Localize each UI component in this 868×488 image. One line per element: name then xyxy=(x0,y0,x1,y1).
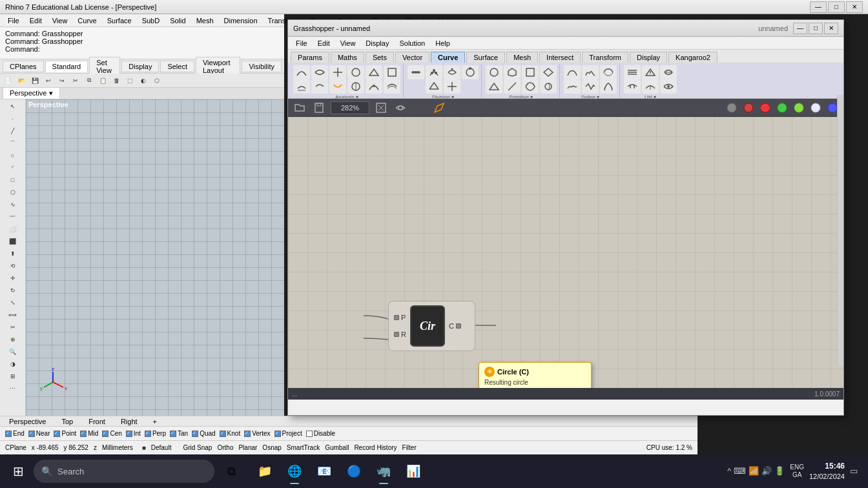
gh-zoom-input[interactable]: 282% xyxy=(331,101,369,114)
left-tool-point[interactable]: · xyxy=(1,113,25,125)
gh-util-tool-1[interactable] xyxy=(624,65,641,79)
menu-dimension[interactable]: Dimension xyxy=(219,15,263,26)
gh-canvas-eye-btn[interactable] xyxy=(393,101,408,115)
left-tool-extrude[interactable]: ⬆ xyxy=(1,248,25,259)
bottom-tab-right[interactable]: Right xyxy=(116,417,143,426)
left-tool-gumball[interactable]: ⊞ xyxy=(1,371,25,382)
snap-perp-checkbox[interactable] xyxy=(145,431,151,437)
gh-analysis-tool-7[interactable] xyxy=(293,79,310,94)
show-desktop-icon[interactable]: ▭ xyxy=(850,466,858,476)
gh-primitive-tool-3[interactable] xyxy=(522,65,539,79)
left-tool-transform[interactable]: ⟲ xyxy=(1,260,25,272)
gh-division-tool-5[interactable] xyxy=(426,79,442,94)
language-indicator[interactable]: ENG GA xyxy=(790,463,804,479)
gh-spline-tool-5[interactable] xyxy=(582,79,599,94)
taskbar-app-chrome[interactable]: 🔵 xyxy=(340,457,368,485)
menu-surface[interactable]: Surface xyxy=(102,15,137,26)
gh-spline-tool-2[interactable] xyxy=(582,65,599,79)
planar-label[interactable]: Planar xyxy=(238,444,257,451)
gh-division-tool-4[interactable] xyxy=(462,65,479,79)
gh-tab-mesh[interactable]: Mesh xyxy=(506,52,538,63)
gh-menu-edit[interactable]: Edit xyxy=(313,38,335,48)
gh-tab-params[interactable]: Params xyxy=(291,52,329,63)
menu-view[interactable]: View xyxy=(47,15,73,26)
left-tool-mirror[interactable]: ⟺ xyxy=(1,309,25,321)
bottom-tab-perspective[interactable]: Perspective xyxy=(4,417,51,426)
gh-canvas-save-btn[interactable] xyxy=(311,101,327,115)
toolbar-tab-setview[interactable]: Set View xyxy=(89,57,120,76)
gh-menu-display[interactable]: Display xyxy=(360,38,394,48)
bottom-tab-top[interactable]: Top xyxy=(56,417,78,426)
gh-canvas-sphere-green-2[interactable] xyxy=(792,101,806,115)
gh-analysis-tool-1[interactable] xyxy=(293,65,310,79)
gh-spline-tool-1[interactable] xyxy=(564,65,581,79)
gh-analysis-tool-10[interactable] xyxy=(347,79,364,94)
systray-up-arrow-icon[interactable]: ^ xyxy=(727,466,731,476)
gh-tab-vector[interactable]: Vector xyxy=(395,52,429,63)
snap-int-checkbox[interactable] xyxy=(126,431,132,437)
ortho-label[interactable]: Ortho xyxy=(217,444,233,451)
gh-util-tool-3[interactable] xyxy=(660,65,677,79)
grid-snap-label[interactable]: Grid Snap xyxy=(183,444,212,451)
gh-tab-maths[interactable]: Maths xyxy=(331,52,364,63)
menu-mesh[interactable]: Mesh xyxy=(191,15,219,26)
snap-int[interactable]: Int xyxy=(126,430,141,437)
gh-tab-curve[interactable]: Curve xyxy=(431,52,465,63)
rhino-close-button[interactable]: ✕ xyxy=(846,1,863,13)
systray-wifi-icon[interactable]: 📶 xyxy=(749,466,759,476)
gh-division-tool-3[interactable] xyxy=(444,65,460,79)
gh-canvas-sphere-white[interactable] xyxy=(809,101,823,115)
gh-analysis-tool-3[interactable] xyxy=(329,65,346,79)
gh-primitive-tool-6[interactable] xyxy=(504,79,521,94)
tool-render[interactable]: ⬡ xyxy=(150,74,163,87)
snap-point[interactable]: Point xyxy=(54,430,76,437)
gh-canvas-sphere-red[interactable] xyxy=(758,101,772,115)
gh-canvas[interactable]: P R Cir C xyxy=(288,117,843,388)
tool-paste[interactable]: 📋 xyxy=(96,74,109,87)
gh-primitive-tool-7[interactable] xyxy=(522,79,539,94)
gh-tab-transform[interactable]: Transform xyxy=(582,52,628,63)
gh-tab-intersect[interactable]: Intersect xyxy=(539,52,581,63)
bottom-tab-front[interactable]: Front xyxy=(83,417,110,426)
snap-mid[interactable]: Mid xyxy=(80,430,98,437)
gh-maximize-button[interactable]: □ xyxy=(809,23,823,34)
left-tool-extra[interactable]: ⋯ xyxy=(1,383,25,394)
toolbar-tab-viewport-layout[interactable]: Viewport Layout xyxy=(196,57,241,76)
gh-spline-tool-3[interactable] xyxy=(600,65,617,79)
left-tool-rect[interactable]: □ xyxy=(1,174,25,186)
taskbar-app-outlook[interactable]: 📧 xyxy=(310,457,338,485)
menu-solid[interactable]: Solid xyxy=(165,15,191,26)
gh-port-r[interactable] xyxy=(394,332,399,337)
gh-analysis-tool-9[interactable] xyxy=(329,79,346,94)
menu-file[interactable]: File xyxy=(3,15,25,26)
left-tool-trim[interactable]: ✂ xyxy=(1,321,25,333)
snap-near[interactable]: Near xyxy=(28,430,50,437)
gh-division-tool-6[interactable] xyxy=(444,79,460,94)
menu-curve[interactable]: Curve xyxy=(72,15,101,26)
rhino-minimize-button[interactable]: — xyxy=(810,1,827,13)
gh-primitive-tool-5[interactable] xyxy=(486,79,502,94)
systray-keyboard-icon[interactable]: ⌨ xyxy=(734,466,746,476)
toolbar-tab-select[interactable]: Select xyxy=(160,61,194,72)
left-tool-render-preview[interactable]: ◑ xyxy=(1,358,25,370)
gh-tab-surface[interactable]: Surface xyxy=(466,52,505,63)
snap-near-checkbox[interactable] xyxy=(28,431,35,437)
toolbar-tab-display[interactable]: Display xyxy=(121,61,159,72)
taskbar-app-file-explorer[interactable]: 📁 xyxy=(251,457,279,485)
left-tool-select[interactable]: ↖ xyxy=(1,101,25,112)
snap-tan-checkbox[interactable] xyxy=(170,431,176,437)
snap-end[interactable]: End xyxy=(5,430,25,437)
snap-cen-checkbox[interactable] xyxy=(102,431,108,437)
gh-menu-solution[interactable]: Solution xyxy=(394,38,430,48)
gh-analysis-tool-5[interactable] xyxy=(366,65,382,79)
gh-tab-display[interactable]: Display xyxy=(630,52,667,63)
tool-delete[interactable]: 🗑 xyxy=(110,74,123,87)
gh-analysis-tool-11[interactable] xyxy=(366,79,382,94)
gh-primitive-tool-2[interactable] xyxy=(504,65,521,79)
snap-mid-checkbox[interactable] xyxy=(80,431,87,437)
tool-undo[interactable]: ↩ xyxy=(42,74,55,87)
gh-menu-help[interactable]: Help xyxy=(430,38,455,48)
left-tool-circle[interactable]: ○ xyxy=(1,150,25,161)
gh-spline-tool-4[interactable] xyxy=(564,79,581,94)
gh-close-button[interactable]: ✕ xyxy=(824,23,838,34)
